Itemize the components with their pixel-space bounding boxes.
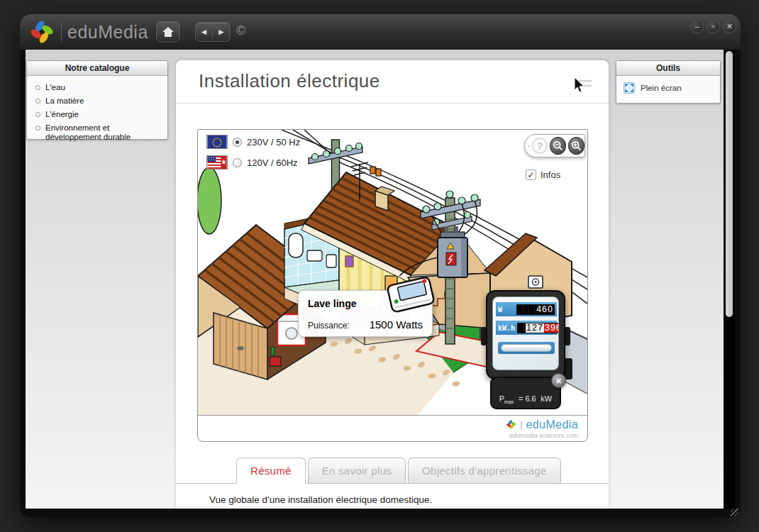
voltage-120v-label: 120V / 60Hz: [247, 157, 298, 168]
pmax-readout: Pmax = 6.6 kW: [499, 394, 553, 404]
watts-value: 460: [536, 304, 553, 314]
fullscreen-icon: [624, 82, 635, 94]
footer-divider: |: [520, 419, 522, 430]
history-nav: ◄ ►: [195, 22, 231, 42]
maximize-button[interactable]: ▫: [707, 20, 720, 33]
vertical-scrollbar[interactable]: [724, 50, 735, 509]
fullscreen-label: Plein écran: [641, 84, 682, 92]
window-controls: – ▫ ✕: [690, 20, 736, 33]
catalogue-panel: Notre catalogue L'eau La matière L'énerg…: [26, 60, 168, 140]
collapse-arrow-icon[interactable]: ›: [528, 143, 530, 150]
water-heater[interactable]: [289, 233, 303, 257]
applet-footer: | eduMedia edumedia-sciences.com: [198, 416, 587, 441]
us-ca-flag-icon: [206, 155, 228, 170]
power-label: Puissance:: [308, 321, 350, 331]
zoom-out-icon: [553, 140, 563, 151]
kwh-register: kW.h 127396: [496, 321, 557, 335]
forward-button[interactable]: ►: [213, 22, 231, 42]
voltage-selector: 230V / 50 Hz: [206, 134, 300, 170]
appliance-tooltip: Lave linge Puissance: 1500 Watts: [298, 290, 433, 337]
sidebar-item-environnement[interactable]: Environnement et développement durable: [34, 121, 160, 144]
back-icon: ◄: [200, 27, 209, 37]
sidebar-item-matiere[interactable]: La matière: [34, 94, 160, 108]
edumedia-pinwheel-icon: [506, 419, 516, 430]
meter-roller[interactable]: [498, 342, 555, 354]
eu-flag-icon: [206, 135, 228, 149]
voltage-option-120v[interactable]: 120V / 60Hz: [206, 155, 300, 170]
mouse-cursor-icon: [570, 76, 593, 94]
copyright-symbol: ©: [236, 23, 245, 38]
tab-objectifs[interactable]: Objectifs d'apprentissage: [408, 458, 560, 483]
kwh-unit-label: kW.h: [498, 324, 515, 332]
titlebar: eduMedia ◄ ► © – ▫ ✕: [20, 14, 741, 50]
home-icon: [162, 27, 174, 37]
resize-grip[interactable]: [731, 509, 738, 516]
power-value: 1500 Watts: [370, 318, 423, 331]
help-button[interactable]: ?: [532, 138, 548, 154]
meter-screen: W 460 kW.h 127396: [492, 297, 559, 370]
meter-body: W 460 kW.h 127396: [486, 290, 565, 379]
page-content: Notre catalogue L'eau La matière L'énerg…: [26, 50, 724, 509]
zoom-out-button[interactable]: [550, 137, 566, 155]
electricity-meter[interactable]: W 460 kW.h 127396: [486, 290, 568, 411]
footer-brand[interactable]: eduMedia: [526, 419, 578, 431]
tools-panel: Outils Plein écran: [616, 60, 721, 104]
tools-title: Outils: [616, 61, 720, 76]
scrollbar-thumb[interactable]: [726, 51, 733, 317]
transformer[interactable]: [438, 226, 467, 277]
kwh-value-decimal: 396: [544, 323, 559, 333]
tab-bar: Résumé En savoir plus Objectifs d'appren…: [176, 458, 609, 484]
tree: [198, 167, 221, 234]
wall-picture: [345, 256, 353, 267]
footer-website[interactable]: edumedia-sciences.com: [509, 432, 578, 439]
sidebar-item-energie[interactable]: L'énergie: [34, 108, 160, 121]
brand-divider: [61, 22, 62, 42]
washbasin[interactable]: [307, 250, 322, 261]
home-button[interactable]: [156, 21, 180, 43]
simulation-viewport[interactable]: 230V / 50 Hz: [198, 130, 587, 416]
zoom-in-button[interactable]: [568, 137, 585, 155]
app-window: eduMedia ◄ ► © – ▫ ✕ Notre catalogue: [20, 14, 741, 518]
edumedia-pinwheel-icon: [28, 18, 55, 45]
radio-120v[interactable]: [233, 158, 242, 167]
title-row: Installation électrique: [176, 60, 609, 104]
catalogue-title: Notre catalogue: [27, 61, 167, 76]
toilet: [326, 255, 336, 267]
zoom-in-icon: [571, 140, 582, 151]
page-title: Installation électrique: [199, 70, 380, 92]
kwh-value-main: 127: [526, 323, 544, 333]
infos-toggle[interactable]: ✓ Infos: [526, 170, 560, 180]
watts-register: W 460: [496, 302, 557, 316]
back-button[interactable]: ◄: [195, 22, 213, 42]
summary-text: Vue globale d'une installation électriqu…: [209, 494, 432, 505]
close-button[interactable]: ✕: [723, 20, 736, 33]
minimize-button[interactable]: –: [690, 20, 704, 33]
main-panel: Installation électrique: [176, 60, 609, 509]
meter-pmax-panel: Pmax = 6.6 kW: [490, 377, 561, 409]
infos-checkbox[interactable]: ✓: [526, 170, 536, 180]
view-controls: › ?: [524, 134, 585, 157]
sidebar-item-eau[interactable]: L'eau: [34, 81, 160, 94]
forward-icon: ►: [217, 27, 226, 37]
brand-name: eduMedia: [67, 22, 148, 43]
roof-pots: [370, 167, 381, 176]
tab-resume[interactable]: Résumé: [236, 458, 306, 484]
tab-en-savoir-plus[interactable]: En savoir plus: [308, 458, 406, 483]
meter-close-button[interactable]: ✕: [551, 373, 566, 388]
watts-unit-label: W: [498, 306, 502, 314]
simulation-applet: 230V / 50 Hz: [197, 129, 588, 442]
brand-logo: eduMedia: [20, 18, 148, 45]
voltage-230v-label: 230V / 50 Hz: [247, 137, 300, 148]
fullscreen-button[interactable]: Plein écran: [616, 76, 720, 94]
voltage-option-230v[interactable]: 230V / 50 Hz: [206, 134, 300, 150]
infos-label: Infos: [541, 170, 560, 180]
catalogue-list: L'eau La matière L'énergie Environnement…: [27, 81, 167, 144]
desktop-background: eduMedia ◄ ► © – ▫ ✕ Notre catalogue: [0, 0, 759, 532]
radio-230v[interactable]: [233, 138, 242, 147]
